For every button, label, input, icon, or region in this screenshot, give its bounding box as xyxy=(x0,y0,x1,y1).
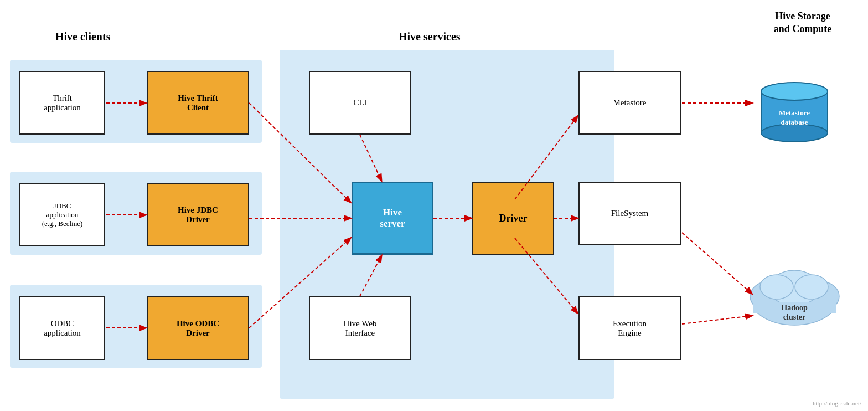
diagram-container: Hive Storageand Compute Hive clients Hiv… xyxy=(0,0,868,411)
svg-point-9 xyxy=(760,275,793,299)
hive-clients-title: Hive clients xyxy=(55,30,110,43)
svg-line-28 xyxy=(682,316,752,324)
driver-box: Driver xyxy=(472,182,554,255)
svg-point-1 xyxy=(761,124,828,142)
watermark: http://blog.csdn.net/ xyxy=(813,400,861,407)
execution-engine-box: Execution Engine xyxy=(578,296,681,360)
svg-text:Hadoop: Hadoop xyxy=(781,304,808,312)
hive-thrift-client-box: Hive Thrift Client xyxy=(147,71,249,135)
svg-point-10 xyxy=(795,275,828,299)
thrift-app-box: Thrift application xyxy=(19,71,105,135)
filesystem-box: FileSystem xyxy=(578,182,681,245)
hive-services-title: Hive services xyxy=(399,30,461,43)
jdbc-app-box: JDBC application (e.g., Beeline) xyxy=(19,183,105,246)
metastore-database: Metastore database xyxy=(753,72,836,150)
odbc-app-box: ODBC application xyxy=(19,296,105,360)
cli-box: CLI xyxy=(309,71,411,135)
svg-text:database: database xyxy=(781,118,808,126)
svg-text:Metastore: Metastore xyxy=(779,109,810,117)
svg-point-2 xyxy=(761,83,828,100)
hive-odbc-driver-box: Hive ODBC Driver xyxy=(147,296,249,360)
hive-jdbc-driver-box: Hive JDBC Driver xyxy=(147,183,249,246)
hive-web-interface-box: Hive Web Interface xyxy=(309,296,411,360)
hive-server-box: Hive server xyxy=(352,182,433,255)
metastore-box: Metastore xyxy=(578,71,681,135)
svg-line-27 xyxy=(682,233,752,294)
hive-storage-title: Hive Storageand Compute xyxy=(750,10,855,36)
svg-text:cluster: cluster xyxy=(783,313,805,321)
hadoop-cluster: Hadoop cluster xyxy=(745,258,844,335)
